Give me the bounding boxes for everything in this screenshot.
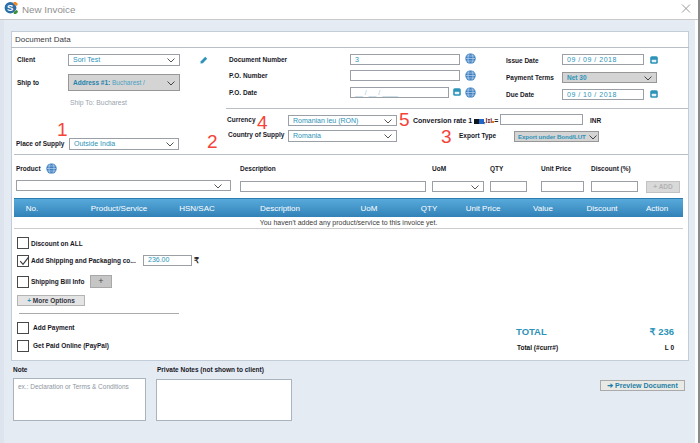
svg-text:S: S [7, 2, 13, 13]
